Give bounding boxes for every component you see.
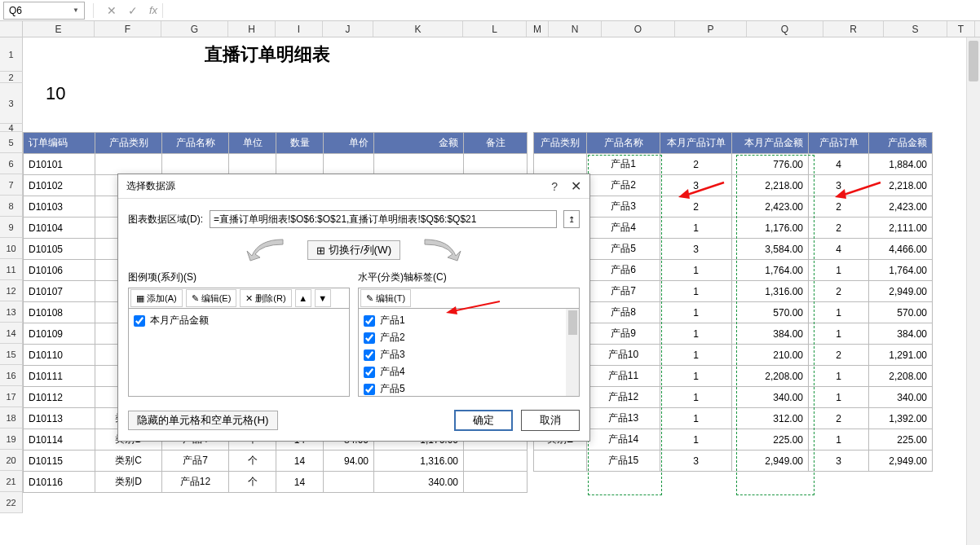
row-header[interactable]: 8 bbox=[0, 196, 23, 217]
cell[interactable]: 产品4 bbox=[587, 218, 660, 239]
row-header[interactable]: 1 bbox=[0, 37, 23, 72]
column-header[interactable]: R bbox=[823, 21, 884, 37]
cell[interactable] bbox=[95, 154, 162, 175]
row-header[interactable]: 21 bbox=[0, 471, 23, 492]
table-row[interactable]: 产品12776.0041,884.00 bbox=[534, 154, 933, 175]
cell[interactable]: 384.00 bbox=[869, 323, 933, 345]
cell[interactable]: 2 bbox=[660, 196, 732, 218]
cell[interactable]: 1,392.00 bbox=[869, 408, 933, 429]
axis-item[interactable]: 产品3 bbox=[362, 346, 576, 363]
cell[interactable]: 产品3 bbox=[587, 196, 660, 218]
cell[interactable] bbox=[374, 154, 464, 175]
cancel-formula-icon[interactable]: ✕ bbox=[107, 4, 117, 17]
table-row[interactable]: 产品711,316.0022,949.00 bbox=[534, 281, 933, 302]
cell[interactable]: 产品8 bbox=[587, 302, 660, 323]
cell[interactable]: 1 bbox=[809, 366, 869, 387]
cell[interactable]: 340.00 bbox=[374, 472, 464, 493]
cell[interactable]: 1 bbox=[660, 366, 732, 387]
cell[interactable]: 1,291.00 bbox=[869, 345, 933, 366]
table-row[interactable]: 产品411,176.0022,111.00 bbox=[534, 218, 933, 239]
table-row[interactable]: 产品81570.001570.00 bbox=[534, 302, 933, 323]
cell[interactable] bbox=[276, 154, 324, 175]
move-down-button[interactable]: ▼ bbox=[315, 289, 331, 307]
vertical-scrollbar[interactable] bbox=[966, 37, 980, 545]
cell[interactable]: 2 bbox=[809, 218, 869, 239]
cell[interactable]: 2,949.00 bbox=[869, 281, 933, 302]
column-header[interactable]: P bbox=[675, 21, 747, 37]
cell[interactable]: 1 bbox=[660, 260, 732, 281]
list-scrollbar[interactable]: ▲ ▼ bbox=[566, 309, 579, 396]
table-row[interactable]: 产品101210.0021,291.00 bbox=[534, 345, 933, 366]
table-row[interactable]: 产品91384.001384.00 bbox=[534, 323, 933, 345]
move-up-button[interactable]: ▲ bbox=[295, 289, 311, 307]
cell[interactable]: 2 bbox=[809, 345, 869, 366]
cell[interactable]: 1 bbox=[809, 260, 869, 281]
table-row[interactable]: 产品131312.0021,392.00 bbox=[534, 408, 933, 429]
cell[interactable] bbox=[324, 154, 374, 175]
cell[interactable] bbox=[534, 451, 587, 472]
cell[interactable]: 产品1 bbox=[587, 154, 660, 175]
cell[interactable]: D10115 bbox=[24, 451, 95, 472]
fx-icon[interactable]: fx bbox=[149, 4, 157, 16]
cell[interactable]: 产品7 bbox=[162, 451, 229, 472]
table-row[interactable]: 产品322,423.0022,423.00 bbox=[534, 196, 933, 218]
row-header[interactable]: 11 bbox=[0, 259, 23, 280]
cell[interactable]: 776.00 bbox=[732, 154, 809, 175]
chart-data-range-input[interactable] bbox=[210, 210, 557, 228]
edit-axis-button[interactable]: ✎编辑(T) bbox=[360, 289, 411, 307]
cell[interactable] bbox=[464, 451, 528, 472]
cell[interactable]: 2 bbox=[809, 196, 869, 218]
cell[interactable]: 个 bbox=[229, 472, 276, 493]
cell[interactable]: 1 bbox=[660, 218, 732, 239]
cell[interactable]: 产品15 bbox=[587, 451, 660, 472]
axis-item[interactable]: 产品5 bbox=[362, 380, 576, 397]
cell[interactable]: 2,423.00 bbox=[732, 196, 809, 218]
row-header[interactable]: 14 bbox=[0, 323, 23, 344]
cell[interactable] bbox=[229, 154, 276, 175]
confirm-formula-icon[interactable]: ✓ bbox=[128, 4, 138, 17]
cell[interactable]: 14 bbox=[276, 451, 324, 472]
cell[interactable]: 2 bbox=[660, 154, 732, 175]
row-header[interactable]: 5 bbox=[0, 132, 23, 153]
cell[interactable]: 340.00 bbox=[869, 387, 933, 408]
range-picker-icon[interactable]: ↥ bbox=[563, 210, 580, 228]
cell[interactable]: 225.00 bbox=[869, 429, 933, 451]
cell[interactable]: 1,764.00 bbox=[869, 260, 933, 281]
scrollbar-thumb[interactable] bbox=[568, 310, 577, 335]
column-header[interactable]: F bbox=[95, 21, 161, 37]
cell[interactable]: 3 bbox=[809, 451, 869, 472]
cell[interactable] bbox=[464, 472, 528, 493]
column-header[interactable]: Q bbox=[747, 21, 823, 37]
axis-item[interactable]: 产品4 bbox=[362, 363, 576, 380]
column-header[interactable]: N bbox=[549, 21, 602, 37]
row-header[interactable]: 19 bbox=[0, 429, 23, 450]
cell[interactable]: 1,316.00 bbox=[732, 281, 809, 302]
cell[interactable]: D10103 bbox=[24, 196, 95, 218]
column-header[interactable]: O bbox=[602, 21, 675, 37]
cell[interactable]: D10109 bbox=[24, 323, 95, 345]
cell[interactable]: 1 bbox=[660, 387, 732, 408]
row-header[interactable]: 20 bbox=[0, 450, 23, 471]
cell[interactable]: 4 bbox=[809, 239, 869, 260]
column-header[interactable]: S bbox=[884, 21, 947, 37]
axis-checkbox[interactable] bbox=[364, 349, 375, 361]
cell[interactable]: 1 bbox=[809, 323, 869, 345]
cell[interactable]: 4 bbox=[809, 154, 869, 175]
series-checkbox[interactable] bbox=[134, 315, 145, 327]
row-header[interactable]: 22 bbox=[0, 492, 23, 513]
cell[interactable]: 产品14 bbox=[587, 429, 660, 451]
cell[interactable]: D10105 bbox=[24, 239, 95, 260]
cell[interactable]: 1 bbox=[660, 429, 732, 451]
cell[interactable]: 1,764.00 bbox=[732, 260, 809, 281]
cell[interactable] bbox=[464, 154, 528, 175]
cell[interactable]: 类别D bbox=[95, 472, 162, 493]
cell[interactable]: D10112 bbox=[24, 387, 95, 408]
row-header[interactable]: 2 bbox=[0, 72, 23, 83]
cell[interactable]: 340.00 bbox=[732, 387, 809, 408]
column-header[interactable]: L bbox=[463, 21, 527, 37]
axis-item[interactable]: 产品2 bbox=[362, 329, 576, 346]
table-row[interactable]: 产品232,218.0032,218.00 bbox=[534, 175, 933, 196]
cell[interactable]: 2,218.00 bbox=[732, 175, 809, 196]
cell[interactable]: 3 bbox=[660, 175, 732, 196]
cell[interactable]: D10111 bbox=[24, 366, 95, 387]
